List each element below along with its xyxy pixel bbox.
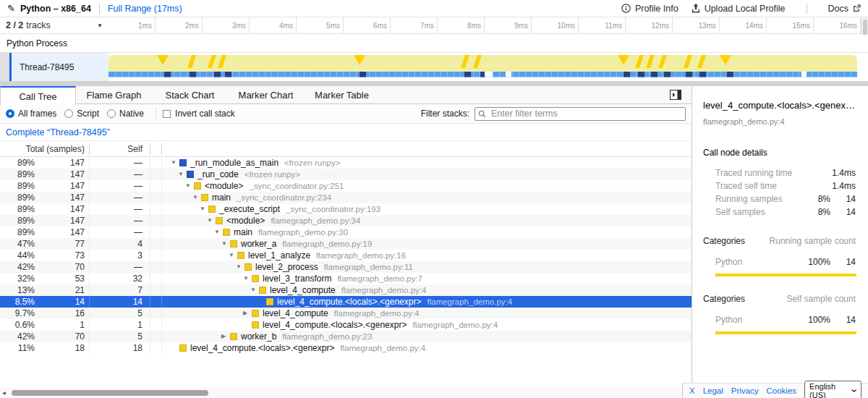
- icon-column: [150, 308, 162, 319]
- collapse-icon[interactable]: ▼: [236, 261, 244, 273]
- table-row[interactable]: 0.6%11level_4_compute.<locals>.<genexpr>…: [0, 319, 692, 331]
- expand-icon[interactable]: ▶: [221, 331, 230, 342]
- collapse-icon[interactable]: ▼: [171, 157, 179, 169]
- table-row[interactable]: 11%1818level_4_compute.<locals>.<genexpr…: [0, 342, 692, 354]
- collapse-icon[interactable]: ▼: [178, 169, 187, 180]
- total-percent: 0.6%: [0, 319, 36, 331]
- activity-graph[interactable]: [109, 53, 857, 81]
- chevron-down-icon: [851, 389, 856, 393]
- tree-cell: ▼level_3_transformflamegraph_demo.py:7: [162, 273, 692, 284]
- thread-track-row[interactable]: Thread-78495: [0, 53, 868, 81]
- category-square-icon: [179, 159, 187, 166]
- table-row[interactable]: 13%217▼level_4_computeflamegraph_demo.py…: [0, 284, 692, 296]
- scroll-left-arrow-icon[interactable]: ◂: [2, 389, 6, 397]
- upload-profile-button[interactable]: Upload Local Profile: [692, 4, 786, 14]
- filter-stacks-label: Filter stacks:: [421, 109, 469, 119]
- table-row[interactable]: 44%733▼level_1_analyzeflamegraph_demo.py…: [0, 250, 692, 261]
- detail-row: Self samples 8% 14: [703, 206, 856, 219]
- detail-row: Traced self time 1.4ms: [703, 179, 856, 192]
- tab-stack-chart[interactable]: Stack Chart: [152, 86, 228, 103]
- thread-track-label[interactable]: Thread-78495: [12, 53, 109, 81]
- collapse-icon[interactable]: ▼: [250, 284, 259, 296]
- invert-call-stack-checkbox[interactable]: Invert call stack: [163, 109, 235, 119]
- scrollbar-thumb[interactable]: [12, 390, 208, 396]
- collapse-icon[interactable]: ▼: [200, 203, 208, 215]
- table-row[interactable]: 89%147—▼<module>_sync_coordinator.py:251: [0, 180, 692, 192]
- radio-native[interactable]: Native: [107, 109, 144, 119]
- docs-button[interactable]: Docs: [828, 4, 861, 14]
- total-samples: 147: [36, 192, 90, 203]
- table-row[interactable]: 9.7%165▶level_4_computeflamegraph_demo.p…: [0, 308, 692, 319]
- total-percent: 89%: [0, 192, 36, 203]
- ruler-tick: 7ms: [391, 17, 438, 33]
- checkbox-icon: [163, 110, 171, 118]
- footer-link-x[interactable]: X: [689, 386, 695, 395]
- function-name: level_4_compute.<locals>.<genexpr>: [277, 296, 421, 308]
- table-row[interactable]: 89%147—▼_run_module_as_main<frozen runpy…: [0, 157, 692, 169]
- collapse-icon[interactable]: ▼: [192, 192, 201, 203]
- category-square-icon: [230, 240, 237, 247]
- tree-cell: ▼mainflamegraph_demo.py:30: [162, 226, 692, 238]
- collapse-icon[interactable]: ▼: [221, 238, 230, 250]
- file-location: flamegraph_demo.py:4: [341, 284, 427, 296]
- profile-info-button[interactable]: Profile Info: [621, 4, 678, 14]
- tree-cell: level_4_compute.<locals>.<genexpr>flameg…: [162, 319, 692, 331]
- breadcrumb-complete-thread[interactable]: Complete “Thread-78495”: [6, 127, 110, 137]
- ruler-tick: 1ms: [109, 17, 156, 33]
- table-row[interactable]: 47%774▼worker_aflamegraph_demo.py:19: [0, 238, 692, 250]
- self-samples: 5: [90, 308, 150, 319]
- tab-marker-chart[interactable]: Marker Chart: [228, 86, 304, 103]
- file-location: flamegraph_demo.py:11: [324, 261, 413, 273]
- footer-link-cookies[interactable]: Cookies: [767, 386, 797, 395]
- filter-stacks-input[interactable]: [475, 107, 686, 121]
- expand-icon[interactable]: ▶: [243, 308, 252, 319]
- tab-call-tree[interactable]: Call Tree: [0, 86, 76, 105]
- table-row[interactable]: 42%70—▼level_2_processflamegraph_demo.py…: [0, 261, 692, 273]
- horizontal-scrollbar[interactable]: ◂: [0, 388, 685, 398]
- file-location: _sync_coordinator.py:251: [249, 180, 344, 192]
- total-percent: 42%: [0, 331, 36, 342]
- full-range-link[interactable]: Full Range (17ms): [108, 4, 182, 14]
- table-row[interactable]: 89%147—▼<module>flamegraph_demo.py:34: [0, 215, 692, 226]
- tree-cell: ▼_run_code<frozen runpy>: [162, 169, 692, 180]
- call-tree-settings: All frames Script Native Invert call sta…: [0, 104, 692, 124]
- collapse-icon[interactable]: ▼: [214, 226, 223, 238]
- table-row[interactable]: 32%5332▼level_3_transformflamegraph_demo…: [0, 273, 692, 284]
- function-name: level_1_analyze: [248, 250, 310, 261]
- table-row[interactable]: 89%147—▼_execute_script_sync_coordinator…: [0, 203, 692, 215]
- footer-link-privacy[interactable]: Privacy: [731, 386, 759, 395]
- category-python-row: Python 100% 14: [703, 255, 856, 268]
- header-total-samples[interactable]: Total (samples): [0, 143, 90, 155]
- collapse-icon[interactable]: ▼: [185, 180, 194, 192]
- table-row[interactable]: 8.5%1414level_4_compute.<locals>.<genexp…: [0, 296, 692, 308]
- radio-all-frames[interactable]: All frames: [6, 109, 56, 119]
- timeline-bottom-strip: [0, 81, 868, 86]
- footer-link-legal[interactable]: Legal: [703, 386, 723, 395]
- collapse-icon[interactable]: ▼: [229, 250, 237, 261]
- self-samples: —: [90, 215, 150, 226]
- collapse-icon[interactable]: ▼: [243, 273, 252, 284]
- edit-pencil-icon[interactable]: ✎: [7, 3, 15, 14]
- sidebar-toggle-icon[interactable]: [670, 90, 681, 100]
- table-row[interactable]: 89%147—▼main_sync_coordinator.py:234: [0, 192, 692, 203]
- header-self[interactable]: Self: [90, 143, 150, 155]
- file-location: flamegraph_demo.py:4: [334, 308, 420, 319]
- profile-title: Python – x86_64: [20, 4, 91, 14]
- tracks-dropdown-button[interactable]: 2 / 2 tracks ▼: [0, 17, 109, 33]
- table-row[interactable]: 89%147—▼_run_code<frozen runpy>: [0, 169, 692, 180]
- file-location: flamegraph_demo.py:7: [337, 273, 422, 284]
- tree-cell: ▼level_2_processflamegraph_demo.py:11: [162, 261, 692, 273]
- ruler-tick: 5ms: [297, 17, 344, 33]
- process-track-row[interactable]: Python Process: [0, 35, 868, 53]
- total-percent: 89%: [0, 215, 36, 226]
- category-square-icon: [259, 287, 266, 294]
- radio-script[interactable]: Script: [64, 109, 99, 119]
- total-samples: 147: [36, 203, 90, 215]
- table-row[interactable]: 89%147—▼mainflamegraph_demo.py:30: [0, 226, 692, 238]
- tab-marker-table[interactable]: Marker Table: [304, 86, 380, 103]
- language-select[interactable]: English (US): [804, 381, 861, 398]
- table-row[interactable]: 42%705▶worker_bflamegraph_demo.py:23: [0, 331, 692, 342]
- tab-flame-graph[interactable]: Flame Graph: [76, 86, 152, 103]
- function-name: level_2_process: [255, 261, 318, 273]
- collapse-icon[interactable]: ▼: [207, 215, 216, 226]
